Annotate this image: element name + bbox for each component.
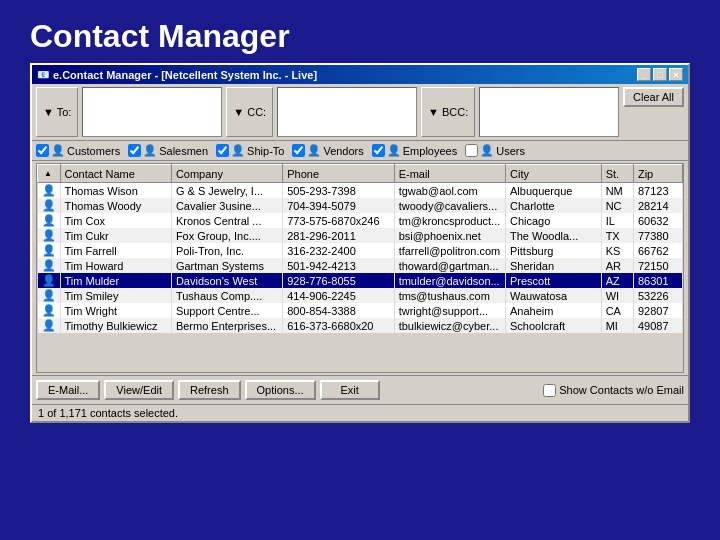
bottom-buttons: E-Mail... View/Edit Refresh Options... E… bbox=[32, 375, 688, 404]
row-phone: 773-575-6870x246 bbox=[283, 213, 394, 228]
clear-all-button[interactable]: Clear All bbox=[623, 87, 684, 107]
table-row[interactable]: 👤 Tim Wright Support Centre... 800-854-3… bbox=[38, 303, 683, 318]
table-row[interactable]: 👤 Tim Cox Kronos Central ... 773-575-687… bbox=[38, 213, 683, 228]
email-button[interactable]: E-Mail... bbox=[36, 380, 100, 400]
row-state: AR bbox=[601, 258, 633, 273]
row-email: thoward@gartman... bbox=[394, 258, 505, 273]
row-zip: 60632 bbox=[633, 213, 682, 228]
minimize-button[interactable]: _ bbox=[637, 68, 651, 81]
table-row[interactable]: 👤 Thomas Woody Cavalier 3usine... 704-39… bbox=[38, 198, 683, 213]
filter-users[interactable]: 👤 Users bbox=[465, 144, 525, 157]
filter-ship-to[interactable]: 👤 Ship-To bbox=[216, 144, 284, 157]
filter-employees[interactable]: 👤 Employees bbox=[372, 144, 457, 157]
row-state: KS bbox=[601, 243, 633, 258]
cc-label[interactable]: ▼ CC: bbox=[226, 87, 273, 137]
maximize-button[interactable]: □ bbox=[653, 68, 667, 81]
row-city: Pittsburg bbox=[506, 243, 602, 258]
to-box[interactable] bbox=[82, 87, 222, 137]
col-email[interactable]: E-mail bbox=[394, 165, 505, 183]
app-icon: 📧 bbox=[37, 69, 49, 80]
table-row[interactable]: 👤 Tim Mulder Davidson's West 928-776-805… bbox=[38, 273, 683, 288]
row-name: Tim Farrell bbox=[60, 243, 171, 258]
filter-customers[interactable]: 👤 Customers bbox=[36, 144, 120, 157]
row-city: The Woodla... bbox=[506, 228, 602, 243]
col-company[interactable]: Company bbox=[171, 165, 282, 183]
col-sort[interactable]: ▲ bbox=[38, 165, 61, 183]
window-title: e.Contact Manager - [Netcellent System I… bbox=[53, 69, 317, 81]
col-city[interactable]: City bbox=[506, 165, 602, 183]
row-state: NC bbox=[601, 198, 633, 213]
col-zip[interactable]: Zip bbox=[633, 165, 682, 183]
row-state: NM bbox=[601, 183, 633, 199]
row-email: tfarrell@politron.com bbox=[394, 243, 505, 258]
to-label[interactable]: ▼ To: bbox=[36, 87, 78, 137]
bcc-label[interactable]: ▼ BCC: bbox=[421, 87, 475, 137]
filter-bar: 👤 Customers 👤 Salesmen 👤 Ship-To 👤 Vendo… bbox=[32, 141, 688, 161]
cc-box[interactable] bbox=[277, 87, 417, 137]
contact-table: ▲ Contact Name Company Phone E-mail City… bbox=[37, 164, 683, 333]
row-state: CA bbox=[601, 303, 633, 318]
users-icon: 👤 bbox=[480, 144, 494, 157]
table-row[interactable]: 👤 Tim Cukr Fox Group, Inc.... 281-296-20… bbox=[38, 228, 683, 243]
row-name: Tim Smiley bbox=[60, 288, 171, 303]
row-phone: 281-296-2011 bbox=[283, 228, 394, 243]
salesmen-icon: 👤 bbox=[143, 144, 157, 157]
row-phone: 414-906-2245 bbox=[283, 288, 394, 303]
row-zip: 87123 bbox=[633, 183, 682, 199]
show-contacts-checkbox-container[interactable]: Show Contacts w/o Email bbox=[543, 384, 684, 397]
row-icon: 👤 bbox=[38, 318, 61, 333]
row-state: WI bbox=[601, 288, 633, 303]
row-company: Tushaus Comp.... bbox=[171, 288, 282, 303]
table-row[interactable]: 👤 Thomas Wison G & S Jewelry, I... 505-2… bbox=[38, 183, 683, 199]
table-row[interactable]: 👤 Timothy Bulkiewicz Bermo Enterprises..… bbox=[38, 318, 683, 333]
row-city: Schoolcraft bbox=[506, 318, 602, 333]
exit-button[interactable]: Exit bbox=[320, 380, 380, 400]
col-state[interactable]: St. bbox=[601, 165, 633, 183]
customers-icon: 👤 bbox=[51, 144, 65, 157]
row-email: tgwab@aol.com bbox=[394, 183, 505, 199]
col-phone[interactable]: Phone bbox=[283, 165, 394, 183]
row-company: Bermo Enterprises... bbox=[171, 318, 282, 333]
row-zip: 28214 bbox=[633, 198, 682, 213]
contact-table-container: ▲ Contact Name Company Phone E-mail City… bbox=[36, 163, 684, 373]
row-company: Support Centre... bbox=[171, 303, 282, 318]
show-contacts-checkbox[interactable] bbox=[543, 384, 556, 397]
row-city: Prescott bbox=[506, 273, 602, 288]
row-icon: 👤 bbox=[38, 258, 61, 273]
row-phone: 928-776-8055 bbox=[283, 273, 394, 288]
row-city: Charlotte bbox=[506, 198, 602, 213]
row-city: Albuquerque bbox=[506, 183, 602, 199]
view-edit-button[interactable]: View/Edit bbox=[104, 380, 174, 400]
row-zip: 53226 bbox=[633, 288, 682, 303]
col-contact-name[interactable]: Contact Name bbox=[60, 165, 171, 183]
title-bar: 📧 e.Contact Manager - [Netcellent System… bbox=[32, 65, 688, 84]
close-button[interactable]: × bbox=[669, 68, 683, 81]
table-row[interactable]: 👤 Tim Smiley Tushaus Comp.... 414-906-22… bbox=[38, 288, 683, 303]
row-email: twright@support... bbox=[394, 303, 505, 318]
table-header-row: ▲ Contact Name Company Phone E-mail City… bbox=[38, 165, 683, 183]
row-phone: 505-293-7398 bbox=[283, 183, 394, 199]
row-icon: 👤 bbox=[38, 183, 61, 199]
bcc-box[interactable] bbox=[479, 87, 619, 137]
vendors-icon: 👤 bbox=[307, 144, 321, 157]
row-state: AZ bbox=[601, 273, 633, 288]
table-row[interactable]: 👤 Tim Howard Gartman Systems 501-942-421… bbox=[38, 258, 683, 273]
row-company: G & S Jewelry, I... bbox=[171, 183, 282, 199]
row-company: Fox Group, Inc.... bbox=[171, 228, 282, 243]
status-bar: 1 of 1,171 contacts selected. bbox=[32, 404, 688, 421]
row-phone: 800-854-3388 bbox=[283, 303, 394, 318]
row-state: MI bbox=[601, 318, 633, 333]
app-window: 📧 e.Contact Manager - [Netcellent System… bbox=[30, 63, 690, 423]
row-city: Chicago bbox=[506, 213, 602, 228]
row-name: Timothy Bulkiewicz bbox=[60, 318, 171, 333]
table-row[interactable]: 👤 Tim Farrell Poli-Tron, Inc. 316-232-24… bbox=[38, 243, 683, 258]
refresh-button[interactable]: Refresh bbox=[178, 380, 241, 400]
shipto-icon: 👤 bbox=[231, 144, 245, 157]
row-name: Tim Wright bbox=[60, 303, 171, 318]
options-button[interactable]: Options... bbox=[245, 380, 316, 400]
row-city: Anaheim bbox=[506, 303, 602, 318]
filter-vendors[interactable]: 👤 Vendors bbox=[292, 144, 363, 157]
row-email: tmulder@davidson... bbox=[394, 273, 505, 288]
filter-salesmen[interactable]: 👤 Salesmen bbox=[128, 144, 208, 157]
page-title: Contact Manager bbox=[0, 0, 720, 63]
